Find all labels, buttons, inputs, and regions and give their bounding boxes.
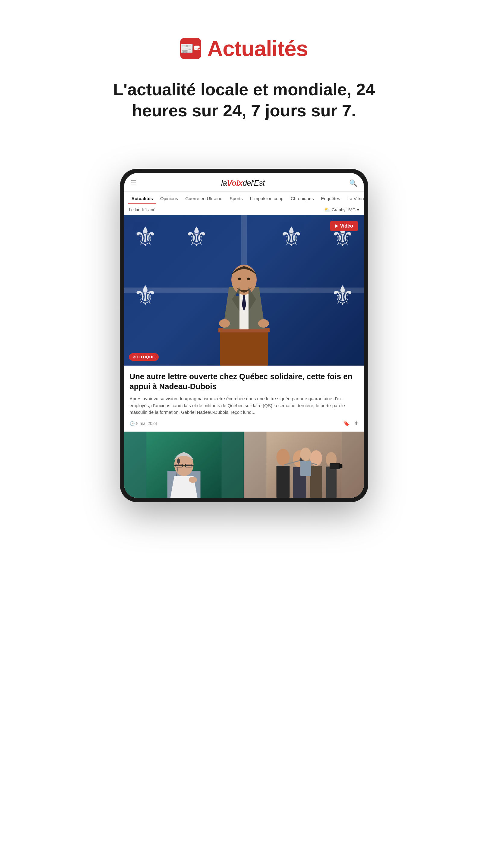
tab-la-vitrine[interactable]: La Vitrine	[344, 193, 364, 204]
nav-tabs: Actualités Opinions Guerre en Ukraine Sp…	[124, 192, 364, 204]
svg-rect-43	[330, 463, 340, 469]
thumbnail-left[interactable]	[124, 432, 244, 498]
svg-point-30	[189, 477, 197, 483]
current-date: Le lundi 1 août	[129, 207, 157, 212]
speaker-figure	[193, 227, 295, 366]
brand-header: Actualités	[180, 36, 308, 61]
search-icon[interactable]: 🔍	[349, 179, 357, 187]
hero-background: ⚜ ⚜ ⚜ ⚜ ⚜ ⚜	[124, 215, 364, 366]
status-bar: Le lundi 1 août ⛅ Granby -5°C ▾	[124, 204, 364, 215]
svg-point-18	[238, 278, 241, 280]
share-icon[interactable]: ⬆	[354, 420, 358, 427]
logo-rest: del'Est	[242, 179, 265, 187]
app-navbar: ☰ laVoixdel'Est 🔍	[124, 173, 364, 192]
svg-point-35	[276, 449, 290, 466]
bookmark-icon[interactable]: 🔖	[343, 420, 350, 427]
top-section: Actualités L'actualité locale et mondial…	[0, 0, 488, 145]
tagline: L'actualité locale et mondiale, 24 heure…	[108, 79, 380, 121]
svg-point-21	[258, 319, 269, 328]
date-text: 8 mai 2024	[136, 421, 157, 426]
svg-point-22	[236, 293, 239, 296]
meta-actions: 🔖 ⬆	[343, 420, 358, 427]
article-title: Une autre lettre ouverte chez Québec sol…	[130, 372, 358, 391]
weather-icon: ⛅	[324, 207, 330, 213]
video-badge: Vidéo	[330, 221, 358, 231]
svg-rect-50	[300, 461, 311, 476]
svg-point-49	[300, 447, 311, 461]
brand-icon	[180, 38, 201, 59]
weather-temp: -5°C	[347, 207, 355, 212]
thumbnail-right[interactable]	[244, 432, 364, 498]
chevron-down-icon: ▾	[357, 207, 359, 212]
svg-rect-9	[220, 330, 268, 366]
article-date: 🕐 8 mai 2024	[130, 421, 157, 426]
hamburger-icon[interactable]: ☰	[131, 179, 137, 187]
brand-title: Actualités	[207, 36, 308, 61]
article-excerpt: Après avoir vu sa vision du «pragmatisme…	[130, 396, 358, 416]
svg-rect-36	[276, 466, 290, 498]
tab-sports[interactable]: Sports	[227, 193, 246, 204]
article-meta: 🕐 8 mai 2024 🔖 ⬆	[130, 420, 358, 427]
svg-point-20	[219, 319, 230, 328]
logo-la: la	[221, 179, 227, 187]
tab-impulsion-coop[interactable]: L'impulsion coop	[247, 193, 287, 204]
svg-point-32	[177, 458, 180, 464]
thumbnail-grid	[124, 432, 364, 498]
svg-point-19	[247, 278, 250, 280]
svg-rect-44	[339, 464, 343, 468]
video-badge-text: Vidéo	[340, 223, 353, 229]
article-content: Une autre lettre ouverte chez Québec sol…	[124, 366, 364, 432]
tab-opinions[interactable]: Opinions	[157, 193, 181, 204]
hero-image: ⚜ ⚜ ⚜ ⚜ ⚜ ⚜	[124, 215, 364, 366]
politique-badge: POLITIQUE	[129, 353, 159, 361]
tab-actualites[interactable]: Actualités	[128, 193, 156, 204]
weather-widget[interactable]: ⛅ Granby -5°C ▾	[324, 207, 359, 213]
device-container: ☰ laVoixdel'Est 🔍 Actualités Opinions Gu…	[121, 169, 367, 501]
svg-rect-42	[326, 467, 337, 498]
device-screen: ☰ laVoixdel'Est 🔍 Actualités Opinions Gu…	[124, 173, 364, 498]
play-icon	[335, 224, 338, 228]
tab-chroniques[interactable]: Chroniques	[288, 193, 317, 204]
logo-voix: Voix	[227, 179, 242, 187]
tab-guerre-ukraine[interactable]: Guerre en Ukraine	[182, 193, 225, 204]
tab-enquetes[interactable]: Enquêtes	[318, 193, 343, 204]
clock-icon: 🕐	[130, 421, 135, 426]
app-logo: laVoixdel'Est	[221, 179, 265, 188]
svg-rect-40	[310, 466, 322, 498]
device-frame: ☰ laVoixdel'Est 🔍 Actualités Opinions Gu…	[121, 169, 367, 501]
weather-location: Granby	[332, 207, 346, 212]
